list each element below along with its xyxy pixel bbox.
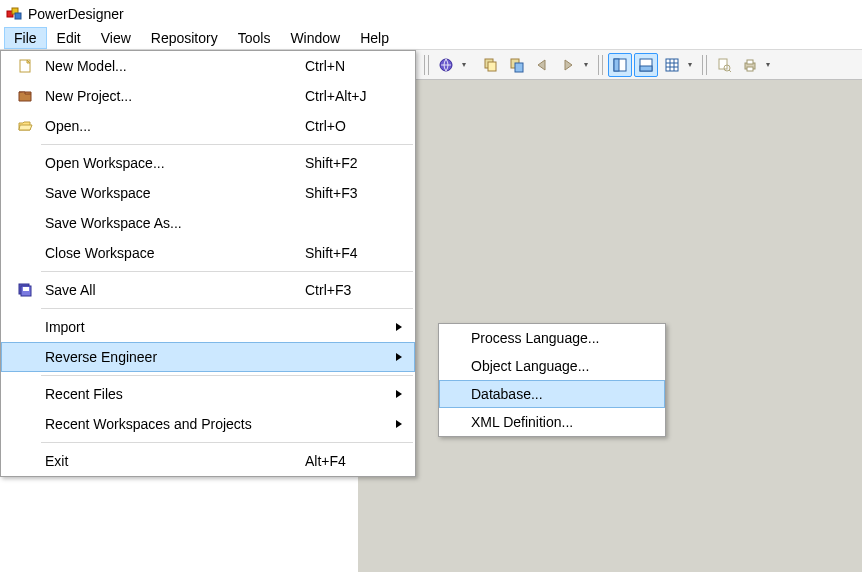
svg-rect-2 (15, 13, 21, 19)
copy-icon[interactable] (478, 53, 502, 77)
submenu-arrow-icon (395, 389, 405, 399)
menu-window[interactable]: Window (280, 27, 350, 49)
submenu-item-label: Process Language... (467, 330, 655, 346)
submenu-arrow-icon (395, 419, 405, 429)
dropdown-icon[interactable]: ▾ (582, 60, 590, 69)
menu-item-save-all[interactable]: Save All Ctrl+F3 (1, 275, 415, 305)
submenu-item-object-language[interactable]: Object Language... (439, 352, 665, 380)
window-layout1-icon[interactable] (608, 53, 632, 77)
menu-item-recent-workspaces[interactable]: Recent Workspaces and Projects (1, 409, 415, 439)
toolbar-grip (424, 55, 429, 75)
window-layout2-icon[interactable] (634, 53, 658, 77)
menu-item-label: Exit (39, 453, 305, 469)
menu-item-import[interactable]: Import (1, 312, 415, 342)
menu-edit[interactable]: Edit (47, 27, 91, 49)
menu-item-shortcut: Ctrl+F3 (305, 282, 395, 298)
new-model-icon (11, 58, 39, 74)
menu-item-label: Save All (39, 282, 305, 298)
menu-item-open-workspace[interactable]: Open Workspace... Shift+F2 (1, 148, 415, 178)
svg-rect-22 (747, 67, 753, 71)
svg-rect-12 (666, 59, 678, 71)
svg-rect-5 (488, 62, 496, 71)
menu-repository[interactable]: Repository (141, 27, 228, 49)
menu-item-label: Open... (39, 118, 305, 134)
menu-item-shortcut: Ctrl+O (305, 118, 395, 134)
menu-item-exit[interactable]: Exit Alt+F4 (1, 446, 415, 476)
app-icon (6, 6, 22, 22)
dropdown-icon[interactable]: ▾ (460, 60, 468, 69)
title-bar: PowerDesigner (0, 0, 862, 26)
menu-item-label: Import (39, 319, 305, 335)
menu-item-label: Close Workspace (39, 245, 305, 261)
submenu-item-label: Object Language... (467, 358, 655, 374)
dropdown-icon[interactable]: ▾ (764, 60, 772, 69)
file-menu: New Model... Ctrl+N New Project... Ctrl+… (0, 50, 416, 477)
submenu-item-xml-definition[interactable]: XML Definition... (439, 408, 665, 436)
svg-rect-26 (23, 287, 29, 291)
menu-item-shortcut: Shift+F2 (305, 155, 395, 171)
menu-view[interactable]: View (91, 27, 141, 49)
menu-item-reverse-engineer[interactable]: Reverse Engineer (1, 342, 415, 372)
toolbar-grip (598, 55, 603, 75)
dropdown-icon[interactable]: ▾ (686, 60, 694, 69)
submenu-arrow-icon (395, 352, 405, 362)
menu-item-label: Reverse Engineer (39, 349, 305, 365)
menu-item-shortcut: Ctrl+N (305, 58, 395, 74)
menu-separator (41, 271, 413, 272)
print-preview-icon[interactable] (712, 53, 736, 77)
browser-icon[interactable] (434, 53, 458, 77)
menu-bar: File Edit View Repository Tools Window H… (0, 26, 862, 50)
svg-rect-9 (614, 59, 619, 71)
open-icon (11, 118, 39, 134)
forward-icon[interactable] (556, 53, 580, 77)
menu-item-recent-files[interactable]: Recent Files (1, 379, 415, 409)
menu-item-label: Save Workspace As... (39, 215, 305, 231)
app-title: PowerDesigner (28, 6, 124, 22)
svg-rect-11 (640, 66, 652, 71)
submenu-item-label: XML Definition... (467, 414, 655, 430)
menu-item-label: Recent Files (39, 386, 305, 402)
menu-item-save-workspace-as[interactable]: Save Workspace As... (1, 208, 415, 238)
paste-icon[interactable] (504, 53, 528, 77)
menu-item-open[interactable]: Open... Ctrl+O (1, 111, 415, 141)
menu-item-save-workspace[interactable]: Save Workspace Shift+F3 (1, 178, 415, 208)
reverse-engineer-submenu: Process Language... Object Language... D… (438, 323, 666, 437)
new-project-icon (11, 88, 39, 104)
save-all-icon (11, 282, 39, 298)
menu-file[interactable]: File (4, 27, 47, 49)
menu-item-label: Recent Workspaces and Projects (39, 416, 305, 432)
menu-item-label: New Project... (39, 88, 305, 104)
submenu-item-label: Database... (467, 386, 655, 402)
svg-rect-21 (747, 60, 753, 64)
submenu-item-database[interactable]: Database... (439, 380, 665, 408)
submenu-arrow-icon (395, 322, 405, 332)
menu-help[interactable]: Help (350, 27, 399, 49)
menu-separator (41, 375, 413, 376)
svg-rect-17 (719, 59, 727, 69)
menu-item-label: Open Workspace... (39, 155, 305, 171)
menu-separator (41, 144, 413, 145)
menu-item-new-model[interactable]: New Model... Ctrl+N (1, 51, 415, 81)
menu-item-shortcut: Shift+F4 (305, 245, 395, 261)
submenu-item-process-language[interactable]: Process Language... (439, 324, 665, 352)
menu-item-shortcut: Ctrl+Alt+J (305, 88, 395, 104)
print-icon[interactable] (738, 53, 762, 77)
svg-line-19 (729, 70, 731, 72)
grid-icon[interactable] (660, 53, 684, 77)
menu-item-shortcut: Alt+F4 (305, 453, 395, 469)
menu-item-new-project[interactable]: New Project... Ctrl+Alt+J (1, 81, 415, 111)
toolbar-grip (702, 55, 707, 75)
menu-separator (41, 442, 413, 443)
back-icon[interactable] (530, 53, 554, 77)
menu-item-label: New Model... (39, 58, 305, 74)
menu-item-label: Save Workspace (39, 185, 305, 201)
menu-item-shortcut: Shift+F3 (305, 185, 395, 201)
menu-separator (41, 308, 413, 309)
menu-item-close-workspace[interactable]: Close Workspace Shift+F4 (1, 238, 415, 268)
svg-rect-7 (515, 63, 523, 72)
menu-tools[interactable]: Tools (228, 27, 281, 49)
